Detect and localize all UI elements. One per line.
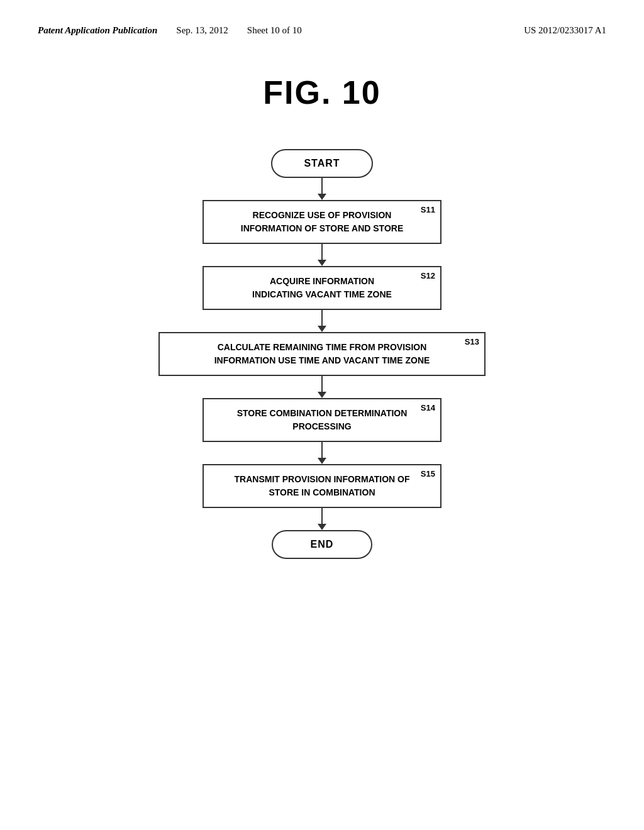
patent-label: US 2012/0233017 A1: [524, 25, 606, 36]
header: Patent Application Publication Sep. 13, …: [38, 25, 606, 36]
step-s12-label: S12: [421, 270, 435, 282]
arrow-1: [318, 178, 326, 200]
arrow-4: [318, 376, 326, 398]
step-s14-text: STORE COMBINATION DETERMINATION PROCESSI…: [237, 408, 408, 431]
sheet-label: Sheet 10 of 10: [247, 25, 302, 36]
step-s15-label: S15: [421, 468, 435, 480]
figure-title: FIG. 10: [38, 74, 606, 111]
step-s11-container: S11 RECOGNIZE USE OF PROVISION INFORMATI…: [203, 200, 441, 244]
publication-label: Patent Application Publication: [38, 25, 157, 36]
step-s13-text: CALCULATE REMAINING TIME FROM PROVISION …: [214, 342, 430, 365]
step-s12-text: ACQUIRE INFORMATION INDICATING VACANT TI…: [252, 276, 392, 299]
step-s14-container: S14 STORE COMBINATION DETERMINATION PROC…: [203, 398, 441, 442]
step-s12: S12 ACQUIRE INFORMATION INDICATING VACAN…: [203, 266, 441, 310]
end-terminal-container: END: [272, 530, 372, 559]
start-terminal-container: START: [271, 149, 372, 178]
step-s15-text: TRANSMIT PROVISION INFORMATION OF STORE …: [235, 474, 410, 497]
step-s11-text: RECOGNIZE USE OF PROVISION INFORMATION O…: [241, 210, 404, 233]
step-s13-container: S13 CALCULATE REMAINING TIME FROM PROVIS…: [158, 332, 486, 376]
page: Patent Application Publication Sep. 13, …: [0, 0, 644, 830]
step-s13: S13 CALCULATE REMAINING TIME FROM PROVIS…: [158, 332, 486, 376]
end-terminal: END: [272, 530, 372, 559]
step-s11-label: S11: [421, 204, 435, 216]
arrow-3: [318, 310, 326, 332]
start-terminal: START: [271, 149, 372, 178]
arrow-5: [318, 442, 326, 464]
step-s13-label: S13: [465, 336, 479, 348]
step-s14: S14 STORE COMBINATION DETERMINATION PROC…: [203, 398, 441, 442]
step-s15-container: S15 TRANSMIT PROVISION INFORMATION OF ST…: [203, 464, 441, 508]
step-s14-label: S14: [421, 402, 435, 414]
date-label: Sep. 13, 2012: [176, 25, 228, 36]
step-s12-container: S12 ACQUIRE INFORMATION INDICATING VACAN…: [203, 266, 441, 310]
step-s11: S11 RECOGNIZE USE OF PROVISION INFORMATI…: [203, 200, 441, 244]
arrow-6: [318, 508, 326, 530]
step-s15: S15 TRANSMIT PROVISION INFORMATION OF ST…: [203, 464, 441, 508]
flowchart: START S11 RECOGNIZE USE OF PROVISION INF…: [38, 149, 606, 559]
arrow-2: [318, 244, 326, 266]
